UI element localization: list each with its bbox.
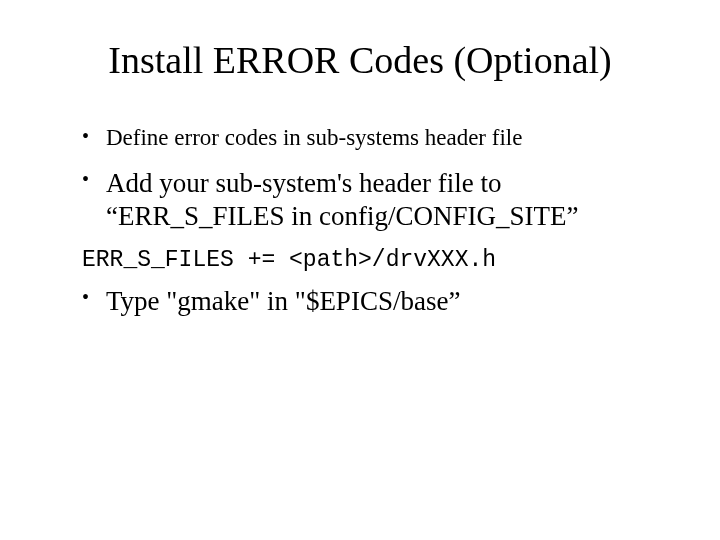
slide-title: Install ERROR Codes (Optional) [52, 38, 668, 82]
bullet-text: Add your sub-system's header file to “ER… [106, 168, 579, 231]
bullet-item: Type "gmake" in "$EPICS/base” [82, 285, 668, 318]
bullet-text: Define error codes in sub-systems header… [106, 125, 522, 150]
code-line: ERR_S_FILES += <path>/drvXXX.h [82, 247, 668, 273]
bullet-item: Define error codes in sub-systems header… [82, 124, 668, 153]
slide: Install ERROR Codes (Optional) Define er… [0, 0, 720, 540]
bullet-list: Define error codes in sub-systems header… [52, 124, 668, 233]
bullet-item: Add your sub-system's header file to “ER… [82, 167, 668, 233]
bullet-text: Type "gmake" in "$EPICS/base” [106, 286, 460, 316]
bullet-list: Type "gmake" in "$EPICS/base” [52, 285, 668, 318]
